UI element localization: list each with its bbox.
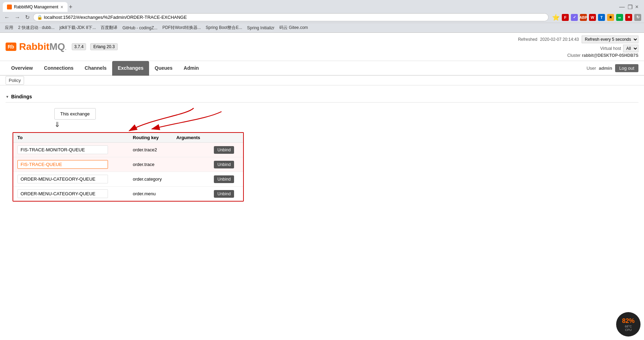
nav-admin[interactable]: Admin (178, 61, 204, 76)
bookmark-4[interactable]: GitHub - codingZ... (120, 25, 160, 31)
table-row: FIS-TRACE-MONITOR-QUEUE order.trace2 Unb… (13, 143, 243, 157)
cluster-name: rabbit@DESKTOP-0SHDB7S (582, 53, 638, 58)
user-label: User (587, 66, 596, 71)
vhost-select[interactable]: All (623, 45, 638, 52)
table-cell-args-3 (172, 172, 210, 187)
queue-link-2[interactable]: FIS-TRACE-QUEUE (21, 162, 62, 167)
bindings-title: Bindings (11, 94, 32, 99)
bindings-section-header[interactable]: ▼ Bindings (6, 91, 638, 103)
ext-icon-1: F (562, 14, 569, 21)
back-button[interactable]: ← (3, 14, 11, 21)
minimize-button[interactable]: — (619, 4, 625, 10)
ext-icon-5: ★ (607, 14, 614, 21)
table-cell-routing-2: order.trace (129, 157, 172, 172)
active-tab[interactable]: RabbitMQ Management × (3, 2, 68, 12)
bookmark-7[interactable]: Spring Initializr (245, 25, 277, 31)
tab-close-button[interactable]: × (60, 4, 63, 10)
table-row: ORDER-MENU-CATEGORY-QUEUE order.menu Unb… (13, 187, 243, 201)
version-badge: 3.7.4 (72, 43, 86, 50)
reload-button[interactable]: ↻ (24, 13, 31, 21)
refreshed-time: 2020-02-07 20:14:43 (540, 37, 579, 42)
table-cell-args-2 (172, 157, 210, 172)
unbind-button-4[interactable]: Unbind (214, 190, 234, 198)
logo-area: Rb RabbitMQ. 3.7.4 Erlang 20.3 (6, 41, 118, 52)
user-name: admin (599, 66, 612, 71)
new-tab-button[interactable]: + (69, 3, 73, 11)
nav-queues[interactable]: Queues (149, 61, 178, 76)
header-right: Refreshed 2020-02-07 20:14:43 Refresh ev… (518, 36, 638, 58)
app-header: Rb RabbitMQ. 3.7.4 Erlang 20.3 Refreshed… (0, 33, 644, 61)
table-cell-routing-1: order.trace2 (129, 143, 172, 157)
table-cell-queue-3: ORDER-MENU-CATEGORY-QUEUE (13, 172, 129, 187)
nav-channels[interactable]: Channels (79, 61, 112, 76)
table-cell-action-3: Unbind (210, 172, 243, 187)
address-bar[interactable]: 🔒 localhost:15672/#/exchanges/%2Fadmin/O… (33, 13, 549, 21)
col-to: To (13, 133, 129, 143)
maximize-button[interactable]: ❐ (628, 4, 633, 10)
tab-title: RabbitMQ Management (14, 5, 58, 9)
bookmark-8[interactable]: 码云 Gitee.com (277, 24, 310, 31)
table-cell-args-4 (172, 187, 210, 201)
bookmark-3[interactable]: 百度翻译 (99, 24, 119, 31)
policy-tab[interactable]: Policy (6, 76, 24, 85)
logo-text: RabbitMQ. (19, 41, 67, 52)
ext-icon-3: W (589, 14, 596, 21)
queue-name-4: ORDER-MENU-CATEGORY-QUEUE (17, 189, 108, 198)
nav-overview[interactable]: Overview (6, 61, 38, 76)
nav-exchanges[interactable]: Exchanges (112, 61, 149, 76)
url-text: localhost:15672/#/exchanges/%2Fadmin/ORD… (44, 15, 187, 20)
table-cell-routing-4: order.menu (129, 187, 172, 201)
logo-rabbit: Rabbit (19, 41, 49, 52)
bindings-table-container: To Routing key Arguments FIS-TRACE-MONIT… (13, 132, 244, 202)
bookmark-6[interactable]: Spring Boot整合E... (204, 24, 245, 31)
logo-mq: MQ (49, 41, 65, 52)
ext-icon-8: ↻ (634, 14, 641, 21)
table-cell-args-1 (172, 143, 210, 157)
logout-button[interactable]: Log out (615, 64, 638, 72)
down-arrow: ⇓ (54, 121, 60, 128)
bookmark-5[interactable]: PDF转Word转换器... (160, 24, 203, 31)
collapse-icon: ▼ (6, 95, 9, 99)
col-arguments: Arguments (172, 133, 210, 143)
col-actions (210, 133, 243, 143)
table-cell-queue-4: ORDER-MENU-CATEGORY-QUEUE (13, 187, 129, 201)
table-row: ORDER-MENU-CATEGORY-QUEUE order.category… (13, 172, 243, 187)
nav-connections[interactable]: Connections (38, 61, 79, 76)
table-cell-routing-3: order.category (129, 172, 172, 187)
table-cell-queue-2: FIS-TRACE-QUEUE (13, 157, 129, 172)
cluster-label: Cluster (567, 53, 581, 58)
ext-icon-2: ✓ (571, 14, 578, 21)
sub-nav: Policy (0, 76, 644, 85)
ext-icon-6: ∞ (616, 14, 623, 21)
ext-icon-4: T (598, 14, 605, 21)
table-cell-queue: FIS-TRACE-MONITOR-QUEUE (13, 143, 129, 157)
close-button[interactable]: × (635, 4, 638, 10)
forward-button[interactable]: → (13, 14, 22, 21)
logo-icon: Rb (6, 43, 16, 51)
bookmark-apps[interactable]: 应用 (3, 24, 15, 31)
queue-name-3: ORDER-MENU-CATEGORY-QUEUE (17, 175, 108, 183)
bookmarks-bar: 应用 2 快速启动 · dubb... jdk8下载-JDK 8下... 百度翻… (0, 23, 644, 32)
this-exchange-box: This exchange (54, 108, 96, 120)
lock-icon: 🔒 (37, 15, 42, 20)
bindings-table: To Routing key Arguments FIS-TRACE-MONIT… (13, 133, 243, 201)
unbind-button-1[interactable]: Unbind (214, 146, 234, 154)
tab-favicon (7, 5, 12, 9)
table-cell-action-2: Unbind (210, 157, 243, 172)
unbind-button-3[interactable]: Unbind (214, 175, 234, 183)
erlang-badge: Erlang 20.3 (90, 43, 118, 50)
bookmark-1[interactable]: 2 快速启动 · dubb... (16, 24, 57, 31)
refresh-select[interactable]: Refresh every 5 seconds (582, 36, 638, 43)
bookmark-2[interactable]: jdk8下载-JDK 8下... (57, 24, 98, 31)
ext-icon-abp: ABP (580, 14, 587, 21)
browser-extension-icons: ⭐ F ✓ ABP W T ★ ∞ ✕ ↻ (552, 14, 641, 21)
unbind-button-2[interactable]: Unbind (214, 161, 234, 168)
col-routing-key: Routing key (129, 133, 172, 143)
queue-name-1: FIS-TRACE-MONITOR-QUEUE (17, 145, 108, 154)
main-nav: Overview Connections Channels Exchanges … (0, 61, 644, 76)
refreshed-label: Refreshed (518, 37, 537, 42)
table-row: FIS-TRACE-QUEUE order.trace Unbind (13, 157, 243, 172)
main-content: ▼ Bindings This exchange ⇓ (0, 85, 644, 208)
queue-name-2: FIS-TRACE-QUEUE (17, 160, 108, 169)
table-cell-action-1: Unbind (210, 143, 243, 157)
